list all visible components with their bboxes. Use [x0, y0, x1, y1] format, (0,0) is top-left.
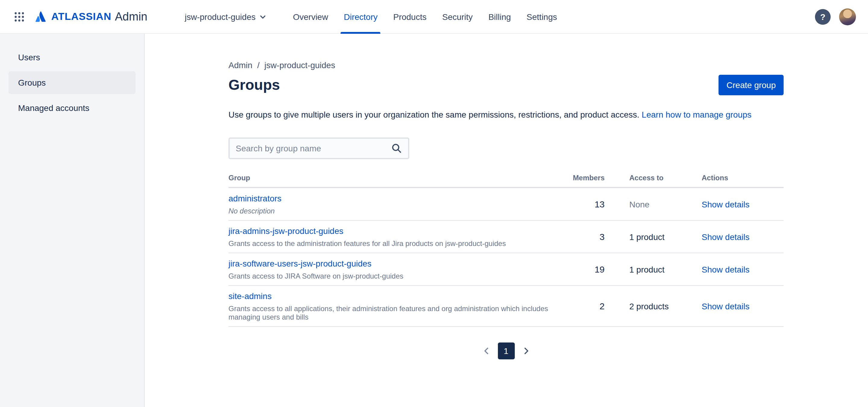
sidebar-item-groups[interactable]: Groups — [8, 71, 135, 94]
breadcrumb: Admin / jsw-product-guides — [228, 60, 784, 70]
table-row: site-admins Grants access to all applica… — [228, 286, 784, 327]
group-description: Grants access to JIRA Software on jsw-pr… — [228, 272, 566, 280]
group-name-link[interactable]: jira-admins-jsw-product-guides — [228, 225, 572, 237]
search-icon — [391, 143, 402, 154]
members-count: 13 — [572, 199, 604, 209]
breadcrumb-separator: / — [257, 60, 259, 70]
app-viewport: ATLASSIAN Admin jsw-product-guides Overv… — [0, 0, 868, 407]
org-selector-label: jsw-product-guides — [185, 12, 255, 22]
members-count: 19 — [572, 264, 604, 274]
create-group-button[interactable]: Create group — [719, 75, 784, 95]
user-avatar[interactable] — [839, 8, 856, 25]
next-page-button[interactable] — [519, 344, 533, 358]
previous-page-button[interactable] — [479, 344, 493, 358]
tab-products[interactable]: Products — [393, 0, 427, 33]
page-description-text: Use groups to give multiple users in you… — [228, 110, 639, 119]
main-content: Admin / jsw-product-guides Groups Create… — [145, 34, 868, 407]
org-selector[interactable]: jsw-product-guides — [182, 8, 270, 25]
tab-settings[interactable]: Settings — [526, 0, 558, 33]
access-to: None — [604, 199, 702, 209]
group-name-link[interactable]: jira-software-users-jsw-product-guides — [228, 258, 572, 269]
show-details-link[interactable]: Show details — [702, 232, 749, 242]
pagination: 1 — [228, 343, 784, 359]
app-grid-icon — [13, 10, 25, 23]
group-cell: jira-admins-jsw-product-guides Grants ac… — [228, 225, 572, 248]
members-count: 3 — [572, 231, 604, 242]
question-mark-icon: ? — [820, 12, 825, 22]
atlassian-logo-icon — [34, 9, 48, 24]
breadcrumb-admin[interactable]: Admin — [228, 60, 252, 70]
chevron-down-icon — [258, 12, 267, 21]
group-search-field — [228, 137, 409, 159]
access-to: 1 product — [604, 264, 702, 274]
topbar: ATLASSIAN Admin jsw-product-guides Overv… — [0, 0, 868, 34]
table-row: jira-admins-jsw-product-guides Grants ac… — [228, 221, 784, 253]
page-description: Use groups to give multiple users in you… — [228, 108, 784, 121]
group-description: Grants access to all applications, their… — [228, 305, 566, 321]
group-cell: site-admins Grants access to all applica… — [228, 291, 572, 321]
title-row: Groups Create group — [228, 75, 784, 95]
brand-product-name: Admin — [115, 10, 147, 23]
page-number-current[interactable]: 1 — [498, 343, 515, 359]
breadcrumb-org[interactable]: jsw-product-guides — [264, 60, 335, 70]
tab-overview[interactable]: Overview — [292, 0, 329, 33]
sidebar-item-managed-accounts[interactable]: Managed accounts — [8, 96, 135, 119]
group-description: Grants access to the administration feat… — [228, 239, 566, 248]
show-details-link[interactable]: Show details — [702, 199, 749, 209]
brand-wordmark: ATLASSIAN — [51, 10, 111, 23]
table-row: administrators No description 13 None Sh… — [228, 188, 784, 221]
table-header-row: Group Members Access to Actions — [228, 174, 784, 188]
column-header-access: Access to — [604, 174, 702, 182]
access-to: 1 product — [604, 232, 702, 242]
sidebar-item-users[interactable]: Users — [8, 46, 135, 69]
tab-billing[interactable]: Billing — [488, 0, 512, 33]
group-description: No description — [228, 207, 566, 215]
atlassian-admin-logo[interactable]: ATLASSIAN Admin — [34, 9, 147, 24]
app-switcher-button[interactable] — [12, 9, 27, 24]
page-title: Groups — [228, 76, 280, 93]
group-cell: jira-software-users-jsw-product-guides G… — [228, 258, 572, 280]
group-name-link[interactable]: site-admins — [228, 291, 572, 302]
tab-directory[interactable]: Directory — [343, 0, 378, 33]
tab-security[interactable]: Security — [441, 0, 473, 33]
table-row: jira-software-users-jsw-product-guides G… — [228, 253, 784, 286]
show-details-link[interactable]: Show details — [702, 301, 749, 311]
topbar-right: ? — [815, 8, 856, 25]
top-navigation: Overview Directory Products Security Bil… — [292, 0, 572, 33]
groups-table: Group Members Access to Actions administ… — [228, 174, 784, 327]
column-header-members: Members — [572, 174, 604, 182]
group-cell: administrators No description — [228, 193, 572, 215]
access-to: 2 products — [604, 301, 702, 311]
column-header-actions: Actions — [702, 174, 784, 182]
help-button[interactable]: ? — [815, 9, 831, 24]
show-details-link[interactable]: Show details — [702, 264, 749, 274]
group-name-link[interactable]: administrators — [228, 193, 572, 204]
column-header-group: Group — [228, 174, 572, 182]
chevron-left-icon — [481, 346, 491, 356]
chevron-right-icon — [521, 346, 531, 356]
learn-how-link[interactable]: Learn how to manage groups — [642, 110, 751, 119]
sidebar: Users Groups Managed accounts — [0, 34, 145, 407]
members-count: 2 — [572, 301, 604, 311]
search-input[interactable] — [230, 144, 391, 153]
